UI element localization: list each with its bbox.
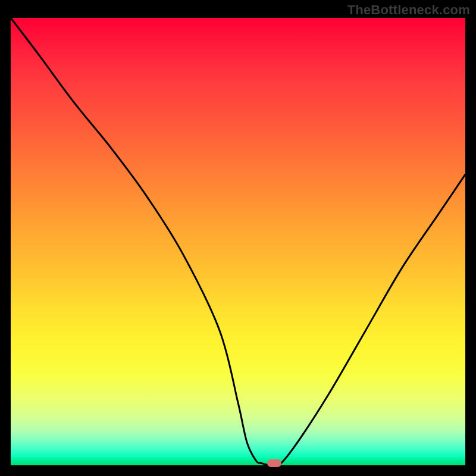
optimal-marker [267, 459, 281, 467]
watermark-text: TheBottleneck.com [347, 2, 470, 18]
bottleneck-curve [11, 18, 465, 465]
plot-area [11, 18, 465, 465]
chart-stage: TheBottleneck.com [0, 0, 476, 476]
